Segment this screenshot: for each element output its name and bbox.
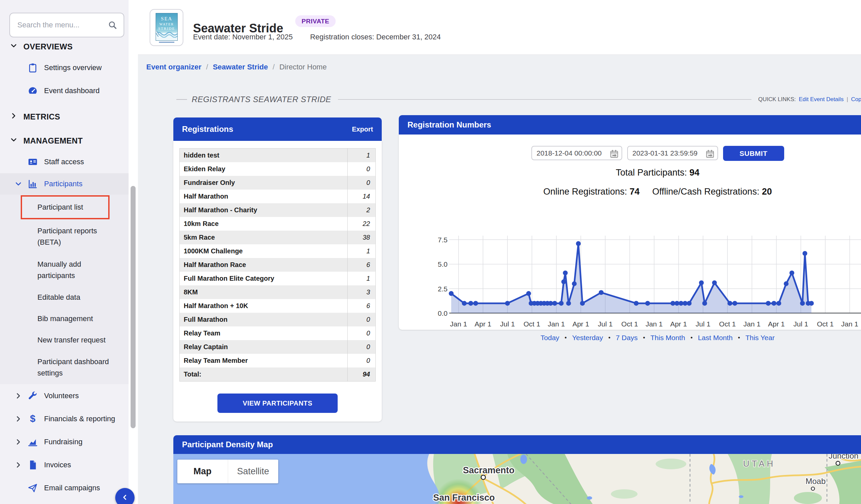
quick-link[interactable]: Copy bbox=[851, 96, 861, 103]
row-value: 3 bbox=[347, 285, 375, 299]
sidebar-item-participants[interactable]: Participants bbox=[0, 173, 128, 195]
satellite-button[interactable]: Satellite bbox=[228, 460, 278, 483]
date-from-value: 2018-12-04 00:00:00 bbox=[537, 149, 602, 157]
quick-links: QUICK LINKS:Edit Event Details|Copy bbox=[758, 96, 861, 103]
total-participants: Total Participants: 94 bbox=[399, 168, 861, 178]
registration-numbers-card: Registration Numbers 2018-12-04 00:00:00… bbox=[399, 115, 861, 330]
logo-line: WATER bbox=[156, 22, 177, 26]
wrench-icon bbox=[27, 391, 39, 401]
sidebar-subitem-bib-management[interactable]: Bib management bbox=[0, 308, 128, 330]
row-label: Full Marathon Elite Category bbox=[180, 275, 347, 282]
sidebar-subitem-participant-reports[interactable]: Participant reports (BETA) bbox=[0, 220, 128, 253]
breadcrumb-separator: / bbox=[206, 63, 208, 71]
chevron-right-icon bbox=[14, 392, 27, 400]
event-logo: SEA WATER STRIDE bbox=[150, 9, 183, 46]
sidebar-item-staff-access[interactable]: Staff access bbox=[0, 150, 128, 173]
breadcrumb-item[interactable]: Seawater Stride bbox=[213, 63, 268, 71]
sacramento-marker bbox=[481, 475, 486, 480]
range-link-7-days[interactable]: 7 Days bbox=[616, 334, 638, 342]
map-label-utah: UTAH bbox=[743, 459, 776, 468]
file-icon bbox=[27, 460, 39, 470]
quick-links-separator: | bbox=[847, 96, 848, 103]
sidebar-section-label: OVERVIEWS bbox=[23, 42, 73, 52]
density-map-title: Participant Density Map bbox=[182, 440, 273, 449]
date-to-input[interactable]: 2023-01-31 23:59:59 bbox=[627, 146, 718, 160]
sidebar-subitem-participant-list[interactable]: Participant list bbox=[21, 195, 110, 219]
row-value: 0 bbox=[347, 176, 375, 190]
sidebar-subitem-manually-add-participants[interactable]: Manually add participants bbox=[0, 253, 128, 287]
registrations-title: Registrations bbox=[182, 125, 233, 134]
range-link-last-month[interactable]: Last Month bbox=[698, 334, 733, 342]
sidebar-scrollbar[interactable] bbox=[131, 186, 136, 428]
view-participants-button[interactable]: VIEW PARTICIPANTS bbox=[217, 393, 338, 413]
sidebar-item-fundraising[interactable]: Fundraising bbox=[0, 430, 128, 453]
row-label: Relay Captain bbox=[180, 343, 347, 351]
row-label: Ekiden Relay bbox=[180, 165, 347, 173]
row-value: 1 bbox=[347, 149, 375, 162]
chevron-down-icon bbox=[9, 136, 18, 146]
row-value: 0 bbox=[347, 162, 375, 176]
sidebar-item-volunteers[interactable]: Volunteers bbox=[0, 384, 128, 407]
sidebar-section-overviews[interactable]: OVERVIEWS bbox=[0, 37, 128, 56]
row-label: Half Marathon + 10K bbox=[180, 302, 347, 310]
submit-button[interactable]: SUBMIT bbox=[723, 146, 784, 161]
row-label: hidden test bbox=[180, 152, 347, 159]
row-value: 94 bbox=[347, 367, 375, 381]
chevron-right-icon bbox=[9, 111, 18, 122]
svg-text:$: $ bbox=[30, 414, 36, 424]
table-row: Relay Team0 bbox=[180, 326, 375, 340]
sidebar-item-invoices[interactable]: Invoices bbox=[0, 453, 128, 476]
date-to-value: 2023-01-31 23:59:59 bbox=[632, 149, 698, 157]
sidebar-section-management[interactable]: MANAGEMENT bbox=[0, 131, 128, 150]
row-value: 0 bbox=[347, 326, 375, 340]
registrations-table: hidden test1Ekiden Relay0Fundraiser Only… bbox=[179, 148, 376, 381]
sidebar-subitem-participant-dashboard-settings[interactable]: Participant dashboard settings bbox=[0, 351, 128, 384]
logo-line: SEA bbox=[156, 16, 177, 22]
id-card-icon bbox=[27, 156, 39, 167]
svg-text:Jan 1: Jan 1 bbox=[743, 320, 761, 328]
sidebar-item-settings-overview[interactable]: Settings overview bbox=[0, 56, 128, 79]
sidebar-subitem-editable-data[interactable]: Editable data bbox=[0, 287, 128, 308]
sidebar-item-event-dashboard[interactable]: Event dashboard bbox=[0, 79, 128, 102]
breadcrumb-item[interactable]: Event organizer bbox=[146, 63, 201, 71]
date-from-input[interactable]: 2018-12-04 00:00:00 bbox=[531, 146, 622, 160]
row-value: 38 bbox=[347, 230, 375, 244]
sidebar: OVERVIEWSSettings overviewEvent dashboar… bbox=[0, 0, 128, 504]
chevron-down-icon bbox=[9, 41, 18, 52]
table-row: Half Marathon + 10K6 bbox=[180, 299, 375, 313]
svg-text:Jul 1: Jul 1 bbox=[500, 320, 515, 328]
privacy-badge: PRIVATE bbox=[295, 15, 336, 27]
range-link-this-month[interactable]: This Month bbox=[651, 334, 685, 342]
sidebar-section-metrics[interactable]: METRICS bbox=[0, 108, 128, 126]
export-button[interactable]: Export bbox=[352, 126, 373, 133]
page: OVERVIEWSSettings overviewEvent dashboar… bbox=[0, 0, 861, 504]
registration-closes: Registration closes: December 31, 2024 bbox=[310, 33, 440, 41]
svg-text:Jul 1: Jul 1 bbox=[794, 320, 808, 328]
svg-text:7.5: 7.5 bbox=[438, 236, 448, 244]
range-link-yesterday[interactable]: Yesterday bbox=[572, 334, 603, 342]
chevron-down-icon bbox=[14, 180, 27, 188]
sidebar-subitem-new-transfer-request[interactable]: New transfer request bbox=[0, 330, 128, 351]
sidebar-item-financials-reporting[interactable]: $Financials & reporting bbox=[0, 407, 128, 430]
range-link-this-year[interactable]: This Year bbox=[746, 334, 775, 342]
table-row: 8KM3 bbox=[180, 285, 375, 299]
quick-link[interactable]: Edit Event Details bbox=[799, 96, 844, 103]
section-heading-row: REGISTRANTS SEAWATER STRIDE QUICK LINKS:… bbox=[176, 95, 861, 104]
total-participants-label: Total Participants: bbox=[616, 168, 687, 178]
row-label: Relay Team bbox=[180, 330, 347, 337]
calendar-icon bbox=[705, 149, 715, 158]
range-link-separator: • bbox=[690, 334, 692, 341]
row-label: 1000KM Challenge bbox=[180, 247, 347, 255]
map-viewport[interactable]: San FranciscoSacramentoUTAHMoabJunction … bbox=[173, 454, 861, 504]
sidebar-item-email-campaigns[interactable]: Email campaigns bbox=[0, 476, 128, 499]
search-input[interactable] bbox=[9, 13, 124, 37]
svg-text:Jul 1: Jul 1 bbox=[598, 320, 613, 328]
search-icon bbox=[108, 20, 118, 31]
range-link-today[interactable]: Today bbox=[541, 334, 559, 342]
svg-text:Apr 1: Apr 1 bbox=[768, 320, 784, 328]
heading-dash bbox=[176, 99, 187, 100]
row-label: Half Marathon Race bbox=[180, 261, 347, 269]
sidebar-section-label: MANAGEMENT bbox=[23, 136, 83, 145]
heading-rule bbox=[338, 99, 752, 100]
map-button[interactable]: Map bbox=[177, 460, 228, 483]
